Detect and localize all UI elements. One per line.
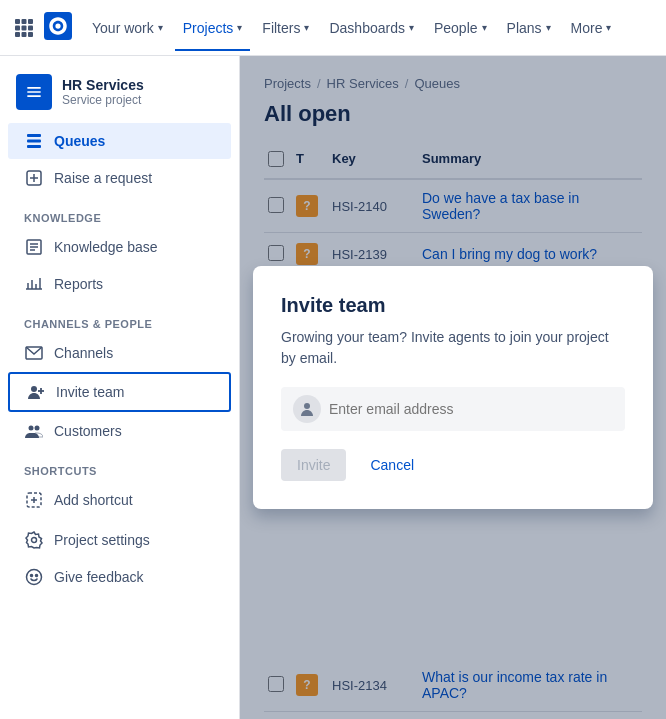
sidebar-item-reports[interactable]: Reports [8,266,231,302]
sidebar-item-queues[interactable]: Queues [8,123,231,159]
shortcuts-section-label: SHORTCUTS [8,453,231,481]
sidebar-item-add-shortcut[interactable]: Add shortcut [8,482,231,518]
svg-rect-0 [15,19,20,24]
svg-point-35 [32,538,37,543]
sidebar-item-raise-request[interactable]: Raise a request [8,160,231,196]
svg-rect-13 [27,145,41,148]
nav-dashboards[interactable]: Dashboards ▾ [321,14,422,42]
main-layout: HR Services Service project Queues [0,56,666,719]
queues-icon [24,131,44,151]
chevron-down-icon: ▾ [546,22,551,33]
app-logo[interactable] [44,12,76,44]
svg-point-37 [36,575,38,577]
email-input-wrap [281,387,625,431]
svg-point-38 [304,403,310,409]
svg-rect-2 [28,19,33,24]
svg-rect-1 [22,19,27,24]
channels-section-label: CHANNELS & PEOPLE [8,306,231,334]
invite-team-icon [26,382,46,402]
invite-team-modal: Invite team Growing your team? Invite ag… [253,266,653,509]
chevron-down-icon: ▾ [304,22,309,33]
svg-rect-11 [27,134,41,137]
sidebar-item-knowledge-base[interactable]: Knowledge base [8,229,231,265]
nav-filters[interactable]: Filters ▾ [254,14,317,42]
nav-plans[interactable]: Plans ▾ [499,14,559,42]
email-input[interactable] [329,401,613,417]
sidebar-item-channels[interactable]: Channels [8,335,231,371]
svg-rect-4 [22,25,27,30]
customers-icon [24,421,44,441]
cancel-button[interactable]: Cancel [354,449,430,481]
svg-rect-6 [15,32,20,37]
nav-your-work[interactable]: Your work ▾ [84,14,171,42]
modal-overlay: Invite team Growing your team? Invite ag… [240,56,666,719]
nav-people[interactable]: People ▾ [426,14,495,42]
modal-description: Growing your team? Invite agents to join… [281,327,625,369]
sidebar-item-give-feedback[interactable]: Give feedback [8,559,231,595]
chevron-down-icon: ▾ [482,22,487,33]
svg-rect-3 [15,25,20,30]
grid-menu-icon[interactable] [8,12,40,44]
sidebar-item-invite-team[interactable]: Invite team [8,372,231,412]
svg-point-31 [35,426,40,431]
nav-more[interactable]: More ▾ [563,14,620,42]
svg-point-36 [31,575,33,577]
sidebar-item-customers[interactable]: Customers [8,413,231,449]
sidebar: HR Services Service project Queues [0,56,240,719]
chevron-down-icon: ▾ [237,22,242,33]
svg-point-27 [31,386,37,392]
sidebar-project-header[interactable]: HR Services Service project [0,64,239,122]
raise-request-icon [24,168,44,188]
sidebar-item-project-settings[interactable]: Project settings [8,522,231,558]
chevron-down-icon: ▾ [606,22,611,33]
person-icon [293,395,321,423]
svg-rect-5 [28,25,33,30]
knowledge-section-label: KNOWLEDGE [8,200,231,228]
channels-icon [24,343,44,363]
modal-actions: Invite Cancel [281,449,625,481]
svg-rect-12 [27,140,41,143]
give-feedback-icon [24,567,44,587]
project-icon [16,74,52,110]
invite-button[interactable]: Invite [281,449,346,481]
svg-point-30 [29,426,34,431]
svg-rect-7 [22,32,27,37]
nav-projects[interactable]: Projects ▾ [175,14,251,42]
reports-icon [24,274,44,294]
knowledge-base-icon [24,237,44,257]
top-navigation: Your work ▾ Projects ▾ Filters ▾ Dashboa… [0,0,666,56]
chevron-down-icon: ▾ [158,22,163,33]
add-shortcut-icon [24,490,44,510]
chevron-down-icon: ▾ [409,22,414,33]
main-content: Projects / HR Services / Queues All open… [240,56,666,719]
svg-point-10 [55,23,60,28]
project-settings-icon [24,530,44,550]
svg-rect-8 [28,32,33,37]
sidebar-project-info: HR Services Service project [62,77,144,107]
modal-title: Invite team [281,294,625,317]
